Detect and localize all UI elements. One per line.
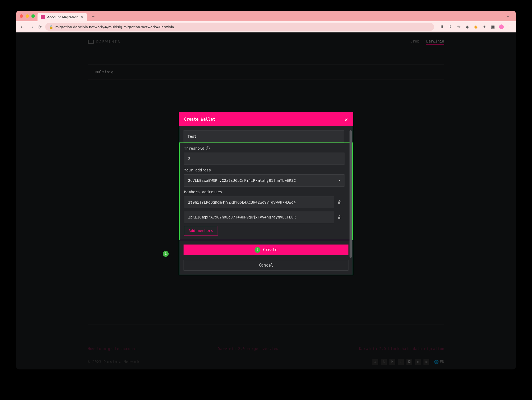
forward-button[interactable]: →: [28, 24, 34, 30]
browser-window: Account Migration × + ⌄ ← → ⟳ 🔒 migratio…: [16, 11, 516, 369]
modal-title: Create Wallet: [184, 117, 215, 122]
cancel-button[interactable]: Cancel: [184, 260, 348, 271]
share-icon[interactable]: ⇪: [448, 24, 453, 29]
scroll-thumb[interactable]: [350, 130, 352, 258]
create-button[interactable]: 2 Create: [184, 245, 348, 255]
tab-bar: Account Migration × + ⌄: [16, 11, 516, 21]
tab-close-icon[interactable]: ×: [81, 15, 84, 19]
callout-badge-2: 2: [255, 247, 260, 253]
back-button[interactable]: ←: [20, 24, 26, 30]
url-text: migration.darwinia.network/#/multisig-mi…: [55, 25, 174, 29]
traffic-lights: [20, 14, 35, 18]
window-close-icon[interactable]: [20, 14, 23, 18]
your-address-value: 2qVLNBzxaEWSRrvC2a7sJ6bCrFi4iRkmtahy81fn…: [188, 178, 296, 183]
trash-icon[interactable]: 🗑: [338, 214, 342, 220]
kebab-menu-icon[interactable]: ⋮: [508, 24, 512, 29]
member-row: 🗑: [184, 211, 348, 223]
members-label: Members addresses: [184, 190, 348, 194]
profile-avatar-icon[interactable]: [499, 24, 504, 29]
url-field[interactable]: 🔒 migration.darwinia.network/#/multisig-…: [45, 23, 434, 31]
close-icon[interactable]: ✕: [344, 116, 348, 123]
new-tab-button[interactable]: +: [90, 13, 97, 19]
browser-tab[interactable]: Account Migration ×: [38, 13, 87, 21]
member-address-input[interactable]: [184, 211, 334, 223]
highlight-box-1: Threshold ? Your address 2qVLNBzxaEWSRrv…: [179, 142, 353, 240]
extensions-puzzle-icon[interactable]: ✦: [482, 24, 487, 29]
chevron-down-icon: ▾: [339, 179, 340, 182]
member-row: 🗑: [184, 196, 348, 208]
member-address-input[interactable]: [184, 196, 334, 208]
window-zoom-icon[interactable]: [31, 14, 35, 18]
tab-title: Account Migration: [47, 15, 78, 19]
your-address-select[interactable]: 2qVLNBzxaEWSRrvC2a7sJ6bCrFi4iRkmtahy81fn…: [184, 174, 344, 187]
threshold-input[interactable]: [184, 153, 344, 165]
tabs-overflow-icon[interactable]: ⌄: [506, 14, 512, 18]
window-minimize-icon[interactable]: [26, 14, 29, 18]
toolbar-icons: ⠿ ⇪ ☆ ◆ ◉ ✦ ▣ ⋮: [437, 24, 512, 29]
metamask-icon[interactable]: ◆: [465, 24, 470, 29]
threshold-label: Threshold ?: [184, 146, 348, 150]
modal-body: Threshold ? Your address 2qVLNBzxaEWSRrv…: [179, 126, 353, 275]
callout-badge-1: 1: [163, 251, 169, 257]
extension-icon[interactable]: ◉: [473, 24, 478, 29]
address-bar: ← → ⟳ 🔒 migration.darwinia.network/#/mul…: [16, 21, 516, 32]
scrollbar[interactable]: [350, 130, 352, 271]
tab-favicon-icon: [41, 15, 45, 19]
bookmark-icon[interactable]: ☆: [456, 24, 461, 29]
lock-icon: 🔒: [49, 25, 53, 29]
create-button-label: Create: [263, 247, 277, 252]
reload-button[interactable]: ⟳: [37, 24, 43, 30]
threshold-label-text: Threshold: [184, 146, 204, 150]
wallet-name-input[interactable]: [184, 130, 344, 142]
panel-icon[interactable]: ▣: [491, 24, 495, 29]
your-address-label: Your address: [184, 168, 348, 172]
app-root: DARWINIA Crab Darwinia Multisig How to m…: [16, 32, 516, 369]
create-wallet-modal: 1 Create Wallet ✕ Threshold ? Your addre…: [179, 112, 353, 275]
modal-header: Create Wallet ✕: [179, 113, 353, 126]
trash-icon[interactable]: 🗑: [338, 200, 342, 205]
translate-icon[interactable]: ⠿: [439, 24, 444, 29]
help-icon[interactable]: ?: [206, 146, 210, 150]
add-members-button[interactable]: Add members: [184, 226, 218, 235]
